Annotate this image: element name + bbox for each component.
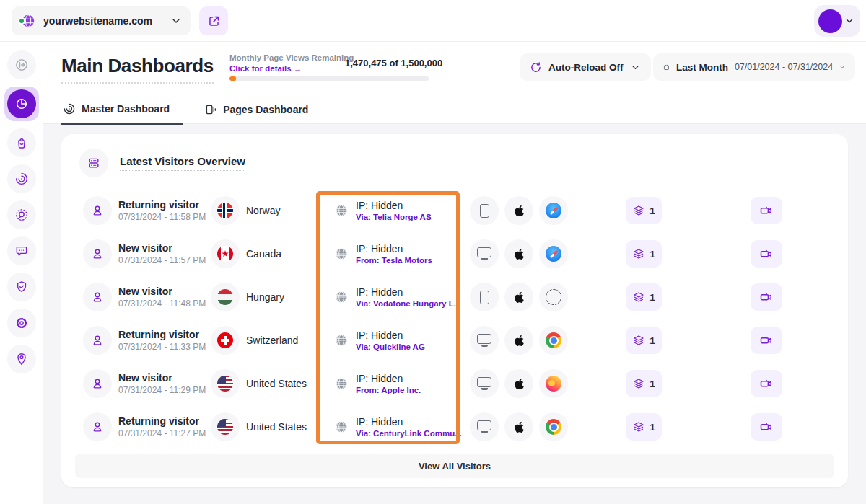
views-details-link[interactable]: Click for details → bbox=[229, 64, 302, 73]
pages-count: 1 bbox=[650, 292, 655, 303]
country-flag bbox=[211, 369, 240, 398]
country-name: United States bbox=[246, 421, 307, 433]
latest-visitors-card: Latest Visitors Overview Returning visit… bbox=[61, 134, 848, 487]
date-range-dropdown[interactable]: Last Month 07/01/2024 - 07/31/2024 bbox=[653, 53, 855, 81]
sidebar-item-privacy[interactable] bbox=[7, 273, 36, 301]
sidebar-collapse-icon bbox=[14, 58, 29, 72]
session-recording-button[interactable] bbox=[751, 240, 782, 268]
session-recording-button[interactable] bbox=[751, 327, 782, 354]
layers-icon bbox=[632, 204, 645, 217]
sidebar-item-settings[interactable] bbox=[7, 309, 36, 337]
ip-value: IP: Hidden bbox=[356, 243, 432, 255]
layers-icon bbox=[632, 420, 645, 433]
user-menu[interactable] bbox=[814, 5, 860, 37]
table-row[interactable]: New visitor 07/31/2024 - 11:48 PM Hungar… bbox=[61, 275, 848, 319]
flag-icon bbox=[217, 376, 233, 392]
table-row[interactable]: New visitor 07/31/2024 - 11:57 PM Canada… bbox=[61, 232, 848, 275]
flag-icon bbox=[217, 289, 233, 305]
auto-reload-label: Auto-Reload Off bbox=[548, 62, 624, 73]
flag-icon bbox=[217, 203, 233, 218]
visitor-type: Returning visitor bbox=[118, 199, 206, 211]
sidebar-item-ecommerce[interactable] bbox=[7, 128, 36, 157]
apple-os-icon bbox=[504, 283, 533, 311]
tab-master-dashboard[interactable]: Master Dashboard bbox=[61, 98, 183, 125]
sidebar-item-locations[interactable] bbox=[7, 345, 36, 373]
sidebar-item-recordings[interactable] bbox=[7, 200, 36, 229]
sidebar-item-behaviour[interactable] bbox=[7, 164, 36, 193]
flag-icon bbox=[217, 332, 233, 348]
isp-value: Via: Telia Norge AS bbox=[356, 213, 432, 221]
table-row[interactable]: Returning visitor 07/31/2024 - 11:27 PM … bbox=[61, 405, 848, 448]
view-all-visitors-button[interactable]: View All Visitors bbox=[75, 454, 834, 478]
website-globe-icon bbox=[20, 13, 36, 29]
device-icon bbox=[470, 283, 499, 311]
dashboard-tabs: Master Dashboard Pages Dashboard bbox=[61, 98, 321, 125]
sidebar-item-feedback[interactable] bbox=[7, 236, 36, 265]
visitor-type: New visitor bbox=[118, 372, 206, 384]
chevron-down-icon bbox=[839, 62, 845, 73]
layers-icon bbox=[632, 334, 645, 347]
views-usage-value: 1,470,475 of 1,500,000 bbox=[345, 58, 442, 68]
visitor-person-icon bbox=[83, 283, 112, 311]
session-recording-button[interactable] bbox=[751, 283, 782, 311]
table-row[interactable]: Returning visitor 07/31/2024 - 11:33 PM … bbox=[61, 319, 848, 362]
device-icon bbox=[470, 412, 499, 441]
sidebar-collapse-toggle[interactable] bbox=[7, 50, 36, 79]
visitor-type: New visitor bbox=[118, 286, 206, 297]
pages-count-pill[interactable]: 1 bbox=[626, 240, 662, 268]
table-row[interactable]: New visitor 07/31/2024 - 11:29 PM United… bbox=[61, 362, 848, 405]
pages-count-pill[interactable]: 1 bbox=[626, 413, 662, 441]
website-selector[interactable]: yourwebsitename.com bbox=[12, 6, 191, 35]
session-recording-icon bbox=[759, 420, 774, 434]
session-recording-button[interactable] bbox=[751, 197, 782, 224]
visit-datetime: 07/31/2024 - 11:48 PM bbox=[118, 299, 206, 309]
sidebar bbox=[0, 42, 43, 504]
visitor-person-icon bbox=[83, 369, 112, 398]
layers-icon bbox=[632, 377, 645, 390]
isp-value: Via: Vodafone Hungary L... bbox=[356, 299, 460, 308]
browser-icon bbox=[539, 283, 568, 311]
country-flag bbox=[211, 326, 240, 355]
tab-pages-dashboard[interactable]: Pages Dashboard bbox=[203, 98, 321, 125]
page-title: Main Dashboards bbox=[61, 55, 214, 84]
globe-icon bbox=[334, 203, 349, 218]
device-icon bbox=[470, 196, 499, 225]
card-title: Latest Visitors Overview bbox=[120, 155, 245, 171]
device-icon bbox=[470, 369, 499, 398]
views-progress-bar bbox=[229, 76, 429, 81]
apple-os-icon bbox=[504, 239, 533, 268]
country-flag bbox=[211, 412, 240, 441]
sidebar-item-dashboards[interactable] bbox=[4, 87, 39, 121]
apple-os-icon bbox=[504, 412, 533, 441]
pages-count-pill[interactable]: 1 bbox=[626, 327, 662, 354]
session-recording-button[interactable] bbox=[751, 413, 782, 441]
feedback-chat-icon bbox=[14, 244, 29, 258]
pages-count-pill[interactable]: 1 bbox=[626, 283, 662, 311]
tab-label: Pages Dashboard bbox=[223, 104, 308, 115]
external-link-button[interactable] bbox=[199, 6, 228, 35]
country-name: Hungary bbox=[246, 291, 284, 303]
server-list-icon bbox=[79, 149, 108, 177]
visitor-rows: Returning visitor 07/31/2024 - 11:58 PM … bbox=[61, 189, 848, 448]
auto-reload-dropdown[interactable]: Auto-Reload Off bbox=[520, 53, 651, 81]
dashboard-pie-icon bbox=[14, 97, 29, 111]
views-remaining-label: Monthly Page Views Remaining bbox=[229, 53, 354, 62]
isp-value: From: Tesla Motors bbox=[356, 256, 432, 265]
chevron-down-icon bbox=[630, 62, 641, 73]
flag-icon bbox=[217, 246, 233, 262]
isp-value: Via: CenturyLink Commu... bbox=[356, 429, 462, 438]
pages-count: 1 bbox=[650, 379, 655, 389]
table-row[interactable]: Returning visitor 07/31/2024 - 11:58 PM … bbox=[61, 189, 848, 232]
apple-os-icon bbox=[504, 196, 533, 225]
pages-count-pill[interactable]: 1 bbox=[626, 197, 662, 224]
globe-icon bbox=[334, 420, 349, 434]
ecommerce-bag-icon bbox=[14, 136, 29, 150]
session-recording-button[interactable] bbox=[751, 370, 782, 397]
session-recording-icon bbox=[759, 247, 774, 261]
pages-count-pill[interactable]: 1 bbox=[626, 370, 662, 397]
session-recording-icon bbox=[759, 333, 774, 348]
session-recording-icon bbox=[759, 203, 774, 218]
website-name: yourwebsitename.com bbox=[43, 15, 170, 27]
privacy-shield-icon bbox=[14, 280, 29, 294]
isp-value: From: Apple Inc. bbox=[356, 386, 421, 394]
